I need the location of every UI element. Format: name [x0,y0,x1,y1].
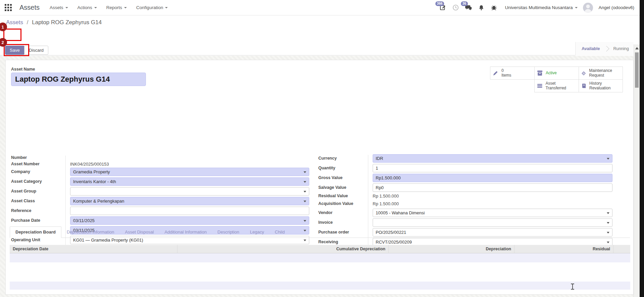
asset-name-label: Asset Name [11,67,35,72]
company-switcher[interactable]: Universitas Multimedia Nusantara [505,5,578,10]
tab-depreciation-board[interactable]: Depreciation Board [10,226,61,238]
reference-label: Reference [11,207,65,214]
scrollbar-thumb[interactable] [635,52,639,88]
residual-value-label: Residual Value [318,193,367,199]
asset-transferred-label: Asset Transferred [545,81,576,91]
scroll-up-arrow-icon[interactable] [635,47,639,49]
asset-category-field[interactable]: Inventaris Kantor - 4th [70,177,309,186]
maintenance-request-stat-button[interactable]: Maintenance Request [579,67,623,80]
empty-table-row [10,282,630,290]
asset-group-field[interactable] [70,187,309,196]
history-revaluation-stat-button[interactable]: History Revaluation [579,79,623,92]
stat-buttons: 0Items Active Maintenance Request Asset … [490,67,623,92]
navbar-right: 366 36 Universitas Multimedia Nusantara [439,3,635,13]
salvage-value-field[interactable]: Rp0 [373,183,612,192]
window-edge [640,0,644,297]
active-stat-button[interactable]: Active [534,67,579,80]
tab-child[interactable]: Child [269,227,290,238]
status-running[interactable]: Running [613,46,629,51]
odoo-assets-form-screen: Assets Assets Actions Reports Configurat… [0,0,644,297]
app-menus: Assets Actions Reports Configuration [50,5,168,10]
gross-value-field[interactable]: Rp1.500.000 [373,174,612,182]
tab-asset-disposal[interactable]: Asset Disposal [120,227,159,238]
notifications-bell-icon[interactable] [478,4,485,11]
table-header: Depreciation Date Cumulative Depreciatio… [10,245,630,253]
apps-grid-icon[interactable] [5,4,12,11]
asset-class-label: Asset Class [11,197,65,204]
acquisition-value-label: Acquisition Value [318,201,367,207]
messages-badge: 366 [435,1,444,6]
reference-field[interactable] [70,207,309,215]
chevron-down-icon [124,7,127,8]
column-depreciation-date[interactable]: Depreciation Date [10,245,177,253]
activities-clock-icon[interactable] [452,4,460,11]
gross-value-label: Gross Value [318,174,367,181]
asset-number-value: INK04/2025/000153 [70,161,309,167]
column-extra [613,245,630,253]
user-avatar[interactable] [583,3,593,13]
archive-box-icon [537,70,543,76]
book-icon [581,83,586,89]
receiving-label: Receiving [318,238,367,245]
top-navbar: Assets Assets Actions Reports Configurat… [0,0,640,15]
breadcrumb-assets-link[interactable]: Assets [6,19,23,26]
asset-transferred-stat-button[interactable]: Asset Transferred [534,79,579,92]
currency-label: Currency [318,154,367,161]
maintenance-icon [581,70,586,76]
invoice-field[interactable] [373,218,612,227]
asset-group-label: Asset Group [11,187,65,194]
company-label: Company [11,168,65,175]
column-residual[interactable]: Residual [515,245,613,253]
quantity-label: Quantity [318,164,367,171]
vertical-scrollbar[interactable] [634,44,640,297]
menu-configuration[interactable]: Configuration [136,5,168,10]
items-label: Items [501,73,511,78]
tab-legacy[interactable]: Legacy [245,227,269,238]
purchase-date-field[interactable]: 03/11/2025 [70,216,309,225]
vendor-label: Vendor [318,209,367,216]
menu-assets[interactable]: Assets [50,5,68,10]
asset-category-label: Asset Category [11,177,65,184]
chevron-down-icon [65,7,68,8]
maintenance-request-label: Maintenance Request [589,69,620,78]
menu-reports[interactable]: Reports [106,5,127,10]
statusbar: Available Running [575,42,634,55]
menu-actions[interactable]: Actions [77,5,97,10]
chat-badge: 36 [461,1,468,6]
breadcrumb-separator: / [27,19,29,26]
items-stat-button[interactable]: 0Items [490,67,535,80]
asset-number-label: Asset Number [11,161,65,167]
breadcrumb-current: Laptop ROG Zephyrus G14 [32,19,102,26]
number-label: Number [11,155,65,161]
user-menu[interactable]: Angel (odoodev6) [598,5,634,10]
save-button[interactable]: Save [5,46,24,55]
column-cumulative-depreciation[interactable]: Cumulative Depreciation [177,245,389,253]
acquisition-value: Rp 1.500.000 [373,201,612,206]
empty-table-row [10,253,630,262]
currency-field[interactable]: IDR [373,154,612,163]
quantity-field[interactable]: 1 [373,164,612,172]
company-field[interactable]: Gramedia Property [70,168,309,176]
table-row [10,262,630,282]
asset-name-field[interactable]: Laptop ROG Zephyrus G14 [11,73,146,86]
discard-button[interactable]: Discard [24,46,48,55]
notebook-tabs: Depreciation Board Depreciation Informat… [10,227,630,238]
messages-icon[interactable]: 366 [439,4,447,11]
column-depreciation[interactable]: Depreciation [389,245,515,253]
tab-additional-information[interactable]: Additional Information [159,227,212,238]
chevron-down-icon [575,7,578,8]
tab-depreciation-information[interactable]: Depreciation Information [61,227,120,238]
history-revaluation-label: History Revaluation [589,81,620,91]
status-arrow-divider [604,46,609,52]
chat-icon[interactable]: 36 [465,4,472,11]
residual-value: Rp 1.500.000 [373,193,612,199]
status-available[interactable]: Available [582,46,600,51]
vendor-field[interactable]: 10005 - Wahana Dimensi [373,209,612,217]
content-area: Asset Name Laptop ROG Zephyrus G14 0Item… [0,56,634,297]
tab-description[interactable]: Description [212,227,245,238]
control-panel: Assets / Laptop ROG Zephyrus G14 Save Di… [0,15,640,55]
chevron-down-icon [94,7,97,8]
app-title[interactable]: Assets [19,4,40,11]
asset-class-field[interactable]: Komputer & Perlengkapan [70,197,309,205]
debug-bug-icon[interactable] [490,4,498,11]
